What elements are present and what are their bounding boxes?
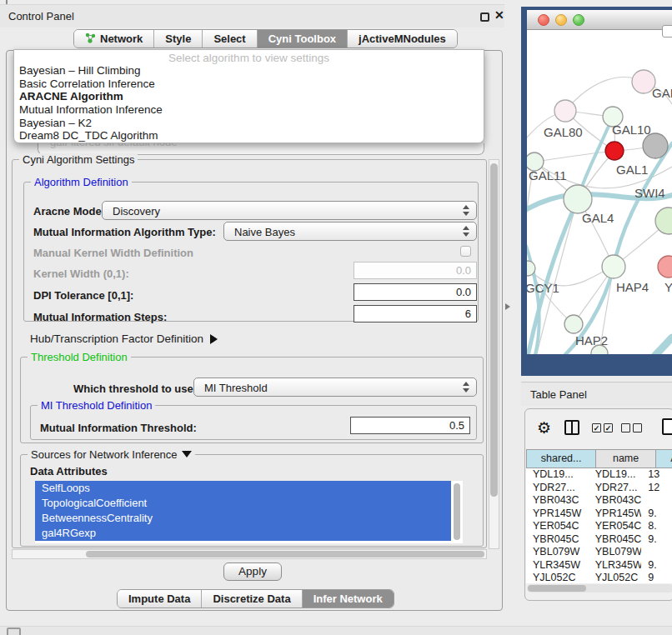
network-node[interactable] (658, 256, 672, 278)
document-icon[interactable] (662, 418, 672, 435)
sources-legend[interactable]: Sources for Network Inference (28, 448, 195, 461)
birdseye-toggle-button[interactable] (662, 25, 672, 38)
network-node-label: GAL10 (612, 122, 651, 137)
which-threshold-value: MI Threshold (204, 382, 268, 394)
network-node[interactable] (564, 315, 583, 333)
table-cell: 8. (641, 520, 672, 533)
control-panel-tabs: NetworkStyleSelectCyni ToolboxjActiveMNo… (73, 29, 458, 48)
tab-label: jActiveMNodules (359, 32, 446, 45)
attribute-item[interactable]: gal4RGexp (35, 526, 451, 541)
table-cell: YBL079W (526, 546, 589, 559)
tab-impute-data[interactable]: Impute Data (118, 590, 202, 608)
status-strip (0, 626, 672, 635)
table-cell: 9 (641, 572, 672, 583)
screen: Control Panel ✕ NetworkStyleSelectCyni T… (0, 0, 672, 635)
algorithm-option[interactable]: Bayesian – Hill Climbing (14, 64, 484, 78)
network-node-label: SWI4 (634, 186, 665, 200)
table-cell: YJL052C (589, 572, 642, 583)
attr-list-scrollbar[interactable] (454, 483, 460, 540)
aracne-mode-value: Discovery (113, 205, 160, 218)
aracne-mode-combo[interactable]: Discovery (102, 201, 477, 220)
algorithm-option[interactable]: ARACNE Algorithm (14, 90, 484, 103)
settings-horizontal-scrollbar[interactable] (12, 549, 487, 559)
unchecked-pair-icon[interactable] (621, 423, 642, 432)
hscroll-thumb[interactable] (86, 551, 484, 558)
mi-threshold-input[interactable]: 0.5 (350, 417, 470, 434)
mi-threshold-label: Mutual Information Threshold: (40, 422, 197, 434)
table-row[interactable]: YLR345WYLR345W9. (526, 559, 672, 572)
column-header[interactable]: A (656, 449, 672, 468)
attribute-item[interactable]: TopologicalCoefficient (35, 496, 451, 511)
cyni-bottom-tabs: Impute DataDiscretize DataInfer Network (117, 589, 394, 608)
manual-kernel-checkbox[interactable] (460, 246, 471, 257)
algorithm-option[interactable]: Dream8 DC_TDC Algorithm (14, 129, 484, 142)
algorithm-definition-legend: Algorithm Definition (31, 176, 132, 188)
tab-discretize-data[interactable]: Discretize Data (202, 590, 302, 608)
table-panel-titlebar: Table Panel (521, 382, 672, 406)
table-row[interactable]: YBL079WYBL079W (526, 546, 672, 559)
settings-vertical-scrollbar[interactable] (489, 159, 499, 549)
tab-label: Infer Network (313, 592, 383, 605)
table-cell: YPR145W (589, 508, 642, 521)
columns-icon[interactable] (564, 420, 579, 435)
table-cell: YER054C (589, 520, 642, 533)
float-panel-icon[interactable] (480, 12, 489, 22)
table-cell: YBR045C (526, 533, 589, 547)
kernel-width-input[interactable]: 0.0 (354, 262, 477, 279)
attribute-item[interactable]: SelfLoops (35, 481, 451, 496)
tab-infer-network[interactable]: Infer Network (303, 590, 394, 608)
data-attributes-list[interactable]: SelfLoopsTopologicalCoefficientBetweenne… (35, 481, 463, 543)
expand-right-icon (210, 334, 218, 344)
table-row[interactable]: YBR043CYBR043C (526, 494, 672, 508)
table-cell: YER054C (526, 520, 589, 533)
algorithm-option[interactable]: Basic Correlation Inference (14, 78, 484, 91)
mi-type-combo[interactable]: Naive Bayes (223, 222, 477, 241)
close-window-icon[interactable] (538, 14, 549, 26)
column-header[interactable]: name (596, 449, 656, 468)
table-row[interactable]: YDL19...YDL19...13 (526, 468, 672, 482)
table-row[interactable]: YBR045CYBR045C9. (526, 533, 672, 547)
network-window-titlebar[interactable] (527, 10, 672, 30)
table-horizontal-scrollbar[interactable] (527, 584, 672, 592)
table-hscroll-thumb[interactable] (528, 585, 586, 592)
network-node[interactable] (605, 142, 624, 160)
close-panel-icon[interactable]: ✕ (494, 8, 504, 22)
network-node[interactable] (643, 133, 668, 158)
algorithm-option[interactable]: Bayesian – K2 (14, 117, 484, 130)
table-row[interactable]: YER054CYER054C8. (526, 520, 672, 533)
network-node-label: GAL4 (582, 211, 614, 225)
minimize-window-icon[interactable] (555, 14, 567, 26)
mi-steps-input[interactable]: 6 (354, 305, 477, 322)
network-node-label: Y (664, 280, 672, 294)
network-node-label: HAP4 (616, 280, 649, 294)
which-threshold-combo[interactable]: MI Threshold (193, 378, 477, 397)
tab-jactivemnodules[interactable]: jActiveMNodules (348, 30, 457, 48)
table-body: YDL19...YDL19...13YDR27...YDR27...12YBR0… (526, 468, 672, 583)
column-header[interactable]: shared... (526, 449, 596, 468)
attribute-item[interactable]: BetweennessCentrality (35, 511, 451, 526)
table-row[interactable]: YPR145WYPR145W9. (526, 508, 672, 521)
network-node[interactable] (564, 185, 592, 213)
table-cell: YPR145W (526, 508, 589, 521)
dpi-tolerance-input[interactable]: 0.0 (354, 283, 477, 301)
table-row[interactable]: YDR27...YDR27...12 (526, 482, 672, 495)
network-node[interactable] (602, 255, 625, 278)
network-canvas[interactable]: GALGAL80GAL10GAL1GAL11SWI4GAL4GCY1HAP4YH… (527, 30, 672, 354)
table-row[interactable]: YJL052CYJL052C9 (526, 572, 672, 583)
tab-select[interactable]: Select (203, 30, 257, 48)
algorithm-option[interactable]: Mutual Information Inference (14, 103, 484, 117)
tab-label: Network (100, 32, 143, 45)
hub-section-toggle[interactable]: Hub/Transcription Factor Definition (30, 332, 218, 345)
vscroll-thumb[interactable] (490, 163, 498, 497)
tab-cyni-toolbox[interactable]: Cyni Toolbox (258, 30, 348, 48)
gear-icon[interactable]: ⚙ (537, 418, 551, 438)
table-cell: YDR27... (526, 482, 589, 495)
tab-style[interactable]: Style (154, 30, 203, 48)
network-node[interactable] (554, 100, 576, 122)
tab-network[interactable]: Network (74, 30, 154, 48)
apply-button[interactable]: Apply (223, 562, 282, 581)
checked-pair-icon[interactable]: ✓✓ (592, 423, 613, 432)
mi-type-value: Naive Bayes (234, 226, 295, 238)
splitpane-collapse-icon[interactable] (505, 303, 510, 310)
maximize-window-icon[interactable] (573, 14, 584, 26)
